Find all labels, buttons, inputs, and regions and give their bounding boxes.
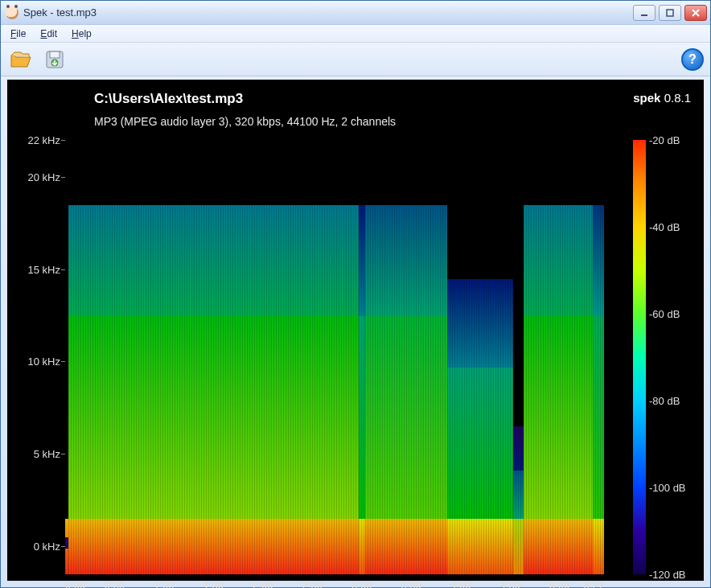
version-label: spek 0.8.1 [633,91,691,105]
x-axis: 0:000:301:001:302:002:303:003:304:004:30… [65,574,604,588]
open-button[interactable] [7,46,35,73]
menu-edit[interactable]: Edit [34,27,64,41]
close-button[interactable] [684,5,707,21]
save-disk-icon [44,49,65,70]
file-info-label: MP3 (MPEG audio layer 3), 320 kbps, 4410… [94,115,396,128]
svg-rect-5 [50,51,60,58]
spectrogram-canvas [65,168,604,574]
menubar: File Edit Help [1,25,710,43]
minimize-button[interactable] [633,5,656,21]
svg-rect-1 [667,10,673,16]
y-axis: 22 kHz20 kHz15 kHz10 kHz5 kHz0 kHz [20,140,65,574]
window-title: Spek - test.mp3 [23,6,633,19]
spectrogram-view: C:\Users\Alex\test.mp3 spek 0.8.1 MP3 (M… [7,80,704,581]
colorbar-labels: -20 dB-40 dB-60 dB-80 dB-100 dB-120 dB [649,140,693,574]
app-icon [6,6,18,19]
help-button[interactable]: ? [681,48,704,71]
app-window: Spek - test.mp3 File Edit Help [0,0,711,588]
toolbar: ? [1,43,710,76]
folder-open-icon [10,49,32,70]
plot-area: 22 kHz20 kHz15 kHz10 kHz5 kHz0 kHz 0:000… [65,140,604,588]
titlebar[interactable]: Spek - test.mp3 [1,1,710,25]
window-controls [633,5,707,21]
file-path-label: C:\Users\Alex\test.mp3 [94,91,243,107]
menu-file[interactable]: File [4,27,32,41]
colorbar [633,140,646,574]
save-button[interactable] [41,46,68,73]
question-icon: ? [688,52,697,67]
maximize-button[interactable] [659,5,681,21]
menu-help[interactable]: Help [65,27,98,41]
